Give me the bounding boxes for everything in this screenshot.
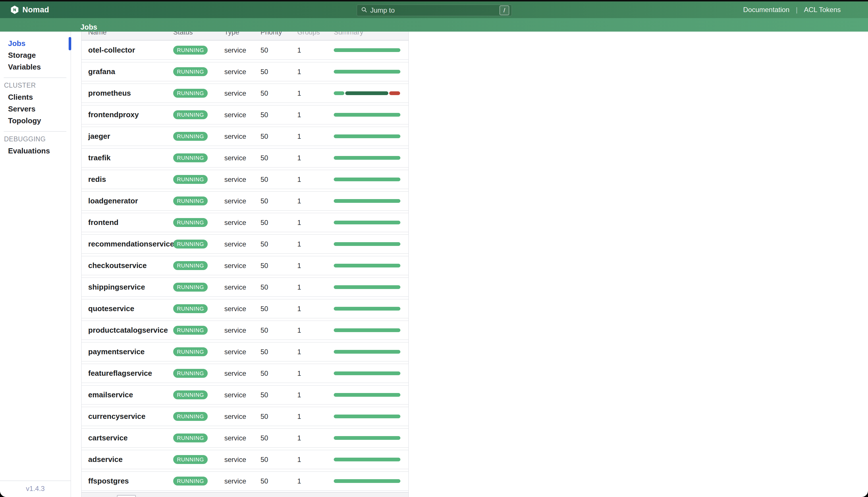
job-name[interactable]: recommendationservice [88,240,173,248]
sidebar-item-clients[interactable]: Clients [0,91,71,103]
job-name[interactable]: prometheus [88,89,173,98]
sidebar: JobsStorageVariablesCLUSTERClientsServer… [0,32,71,497]
job-row[interactable]: otel-collector RUNNING service 50 1 [82,41,408,60]
summary-segment [334,70,401,73]
job-name[interactable]: loadgenerator [88,197,173,205]
job-priority: 50 [261,434,297,442]
job-row[interactable]: productcatalogservice RUNNING service 50… [82,321,408,340]
job-row[interactable]: paymentservice RUNNING service 50 1 [82,342,408,361]
job-name[interactable]: grafana [88,67,173,76]
job-name[interactable]: featureflagservice [88,369,173,378]
job-groups: 1 [297,132,334,141]
job-row[interactable]: redis RUNNING service 50 1 [82,170,408,189]
job-row[interactable]: prometheus RUNNING service 50 1 [82,84,408,103]
job-type: service [224,68,261,76]
job-summary-bar [334,70,401,73]
job-name[interactable]: shippingservice [88,283,173,292]
sidebar-item-servers[interactable]: Servers [0,103,71,115]
job-row[interactable]: jaeger RUNNING service 50 1 [82,127,408,146]
search-placeholder: Jump to [370,6,500,14]
documentation-link[interactable]: Documentation [743,6,789,14]
job-priority: 50 [261,477,297,485]
job-name[interactable]: traefik [88,153,173,162]
nomad-logo-icon [10,5,19,14]
app-window: Nomad Jump to / Documentation | ACL Toke… [0,0,868,497]
job-row[interactable]: currencyservice RUNNING service 50 1 [82,407,408,426]
job-type: service [224,111,261,119]
job-row[interactable]: frontendproxy RUNNING service 50 1 [82,105,408,124]
job-priority: 50 [261,262,297,270]
breadcrumb-jobs[interactable]: Jobs [81,23,97,31]
sidebar-item-variables[interactable]: Variables [0,61,71,73]
job-row[interactable]: adservice RUNNING service 50 1 [82,450,408,469]
job-name[interactable]: jaeger [88,132,173,141]
job-type: service [224,175,261,184]
job-status-badge: RUNNING [173,434,208,442]
job-groups: 1 [297,175,334,184]
sidebar-item-jobs[interactable]: Jobs [0,38,71,49]
jobs-table: NameStatusTypePriorityGroupsSummary otel… [81,24,409,497]
sidebar-item-storage[interactable]: Storage [0,49,71,61]
job-name[interactable]: otel-collector [88,46,173,55]
job-name[interactable]: ffspostgres [88,477,173,485]
job-row[interactable]: checkoutservice RUNNING service 50 1 [82,256,408,275]
summary-segment [334,371,401,375]
job-groups: 1 [297,369,334,378]
job-name[interactable]: currencyservice [88,412,173,421]
job-priority: 50 [261,197,297,205]
jobs-table-body: otel-collector RUNNING service 50 1 graf… [82,41,408,493]
job-name[interactable]: checkoutservice [88,261,173,270]
job-row[interactable]: featureflagservice RUNNING service 50 1 [82,364,408,383]
active-item-indicator [69,37,71,50]
job-type: service [224,89,261,97]
job-summary-bar [334,458,401,462]
job-type: service [224,348,261,356]
job-row[interactable]: emailservice RUNNING service 50 1 [82,385,408,404]
job-row[interactable]: recommendationservice RUNNING service 50… [82,235,408,254]
job-type: service [224,369,261,378]
job-row[interactable]: frontend RUNNING service 50 1 [82,213,408,232]
job-groups: 1 [297,154,334,162]
job-row[interactable]: grafana RUNNING service 50 1 [82,62,408,81]
job-name[interactable]: frontendproxy [88,110,173,119]
job-row[interactable]: traefik RUNNING service 50 1 [82,148,408,168]
brand-name: Nomad [23,5,49,14]
job-type: service [224,240,261,248]
job-name[interactable]: redis [88,175,173,184]
jump-to-search[interactable]: Jump to / [357,4,512,16]
job-row[interactable]: ffspostgres RUNNING service 50 1 [82,471,408,491]
job-groups: 1 [297,391,334,399]
job-groups: 1 [297,434,334,442]
job-name[interactable]: adservice [88,455,173,464]
job-name[interactable]: quoteservice [88,304,173,313]
job-status-badge: RUNNING [173,304,208,313]
job-name[interactable]: paymentservice [88,347,173,356]
job-row[interactable]: loadgenerator RUNNING service 50 1 [82,191,408,211]
job-type: service [224,283,261,291]
job-status-badge: RUNNING [173,326,208,335]
summary-segment [334,350,401,354]
summary-segment [334,199,401,203]
job-name[interactable]: cartservice [88,434,173,442]
job-groups: 1 [297,477,334,485]
job-groups: 1 [297,240,334,248]
job-name[interactable]: productcatalogservice [88,326,173,335]
page-size-select[interactable] [117,495,136,497]
job-name[interactable]: emailservice [88,390,173,399]
job-row[interactable]: quoteservice RUNNING service 50 1 [82,299,408,318]
job-type: service [224,413,261,421]
sidebar-item-evaluations[interactable]: Evaluations [0,145,71,157]
sidebar-item-topology[interactable]: Topology [0,115,71,127]
job-groups: 1 [297,197,334,205]
nomad-brand[interactable]: Nomad [10,1,49,18]
job-row[interactable]: shippingservice RUNNING service 50 1 [82,278,408,297]
job-groups: 1 [297,218,334,227]
job-summary-bar [334,479,401,483]
job-name[interactable]: frontend [88,218,173,227]
job-priority: 50 [261,326,297,335]
acl-tokens-link[interactable]: ACL Tokens [804,6,841,14]
job-priority: 50 [261,46,297,54]
job-row[interactable]: cartservice RUNNING service 50 1 [82,428,408,448]
job-priority: 50 [261,218,297,227]
job-priority: 50 [261,413,297,421]
